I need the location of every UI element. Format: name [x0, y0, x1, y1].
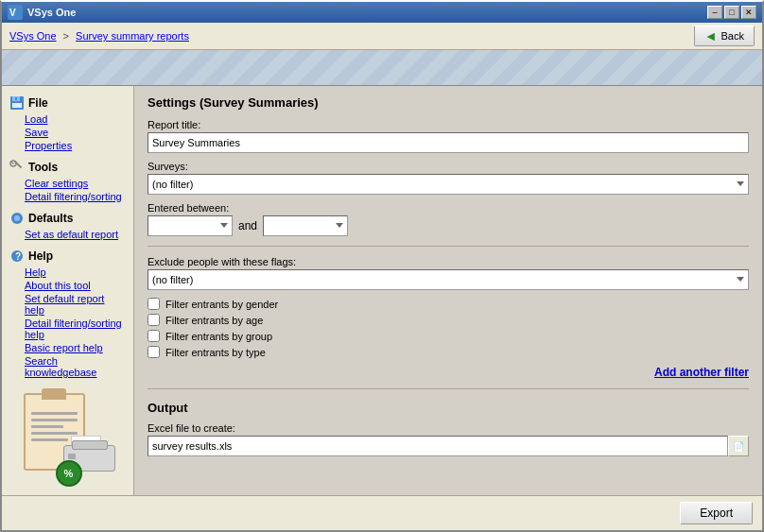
main-panel: Settings (Survey Summaries) Report title…	[134, 86, 762, 495]
filter-type-row: Filter entrants by type	[148, 346, 749, 358]
sidebar: File Load Save Properties	[2, 86, 134, 495]
report-title-group: Report title:	[148, 119, 749, 153]
exclude-flags-select[interactable]: (no filter)	[148, 269, 749, 290]
file-input-row: 📄	[148, 436, 749, 456]
sidebar-section-tools: Tools Clear settings Detail filtering/so…	[2, 158, 133, 203]
sidebar-item-detail-filtering-help[interactable]: Detail filtering/sorting help	[2, 317, 133, 341]
app-icon: V	[8, 5, 23, 20]
entered-between-group: Entered between: and	[148, 202, 749, 236]
sidebar-header-tools[interactable]: Tools	[2, 158, 133, 177]
svg-text:V: V	[9, 8, 16, 18]
sidebar-item-save[interactable]: Save	[2, 126, 133, 139]
help-icon: ?	[9, 249, 25, 264]
close-button[interactable]: ✕	[741, 6, 756, 19]
sidebar-item-detail-filtering[interactable]: Detail filtering/sorting	[2, 190, 133, 203]
sidebar-item-basic-report-help[interactable]: Basic report help	[2, 341, 133, 354]
breadcrumb: VSys One > Survey summary reports	[9, 30, 189, 42]
breadcrumb-parent-link[interactable]: VSys One	[9, 30, 57, 42]
report-title-label: Report title:	[148, 119, 749, 130]
settings-title: Settings (Survey Summaries)	[148, 95, 749, 110]
filter-type-checkbox[interactable]	[148, 346, 160, 358]
sidebar-item-set-default-help[interactable]: Set default report help	[2, 292, 133, 317]
bottom-bar: Export	[2, 495, 762, 530]
sidebar-defaults-label: Defaults	[28, 212, 73, 225]
back-button[interactable]: ◄ Back	[694, 26, 755, 46]
browse-icon: 📄	[733, 441, 744, 452]
back-icon: ◄	[704, 28, 718, 43]
banner	[2, 50, 762, 86]
excel-file-label: Excel file to create:	[148, 422, 749, 434]
entered-between-label: Entered between:	[148, 202, 749, 214]
title-bar: V VSys One – □ ✕	[2, 2, 762, 23]
tools-icon	[9, 160, 25, 175]
filter-age-label: Filter entrants by age	[165, 315, 263, 326]
back-label: Back	[721, 30, 744, 42]
app-title: VSys One	[27, 7, 76, 18]
defaults-icon	[9, 211, 25, 226]
sidebar-header-file[interactable]: File	[2, 94, 133, 112]
filter-group-row: Filter entrants by group	[148, 330, 749, 342]
add-filter-link[interactable]: Add another filter	[148, 366, 749, 379]
sidebar-section-file: File Load Save Properties	[2, 94, 133, 152]
svg-text:?: ?	[15, 251, 21, 262]
sidebar-header-help[interactable]: ? Help	[2, 247, 133, 266]
svg-rect-4	[12, 103, 22, 108]
output-label: Output	[148, 401, 749, 415]
svg-rect-5	[15, 97, 17, 100]
sidebar-section-help: ? Help Help About this tool Set default …	[2, 247, 133, 379]
sidebar-tools-label: Tools	[28, 161, 58, 174]
divider-1	[148, 246, 749, 247]
sidebar-item-load[interactable]: Load	[2, 112, 133, 126]
filter-group-checkbox[interactable]	[148, 330, 160, 342]
sidebar-item-search-kb[interactable]: Search knowledgebase	[2, 354, 133, 379]
surveys-label: Surveys:	[148, 161, 749, 172]
and-label: and	[238, 219, 257, 232]
sidebar-header-defaults[interactable]: Defaults	[2, 209, 133, 228]
sidebar-item-set-default[interactable]: Set as default report	[2, 228, 133, 241]
sidebar-item-properties[interactable]: Properties	[2, 139, 133, 152]
sidebar-item-clear-settings[interactable]: Clear settings	[2, 177, 133, 190]
file-browse-button[interactable]: 📄	[728, 436, 749, 456]
surveys-select[interactable]: (no filter)	[148, 174, 749, 195]
excel-file-input[interactable]	[148, 436, 728, 456]
filter-group-label: Filter entrants by group	[165, 331, 272, 342]
filter-checkboxes-group: Filter entrants by gender Filter entrant…	[148, 298, 749, 358]
sidebar-help-label: Help	[28, 249, 53, 263]
minimize-button[interactable]: –	[707, 6, 722, 19]
sidebar-section-defaults: Defaults Set as default report	[2, 209, 133, 241]
window-controls: – □ ✕	[707, 6, 756, 19]
sidebar-illustration: %	[16, 388, 120, 483]
sidebar-item-help[interactable]: Help	[2, 266, 133, 279]
filter-gender-checkbox[interactable]	[148, 298, 160, 310]
breadcrumb-bar: VSys One > Survey summary reports ◄ Back	[2, 23, 762, 50]
output-section: Output Excel file to create: 📄	[148, 401, 749, 456]
surveys-group: Surveys: (no filter)	[148, 161, 749, 195]
date-to-select[interactable]	[263, 215, 348, 236]
report-title-input[interactable]	[148, 132, 749, 153]
svg-point-9	[14, 215, 20, 221]
excel-file-group: Excel file to create: 📄	[148, 422, 749, 456]
breadcrumb-separator: >	[63, 30, 69, 42]
filter-age-row: Filter entrants by age	[148, 314, 749, 326]
sidebar-file-label: File	[28, 96, 48, 110]
divider-2	[148, 388, 749, 389]
filter-type-label: Filter entrants by type	[165, 347, 266, 358]
filter-gender-label: Filter entrants by gender	[165, 299, 278, 310]
exclude-flags-label: Exclude people with these flags:	[148, 256, 749, 267]
date-from-select[interactable]	[148, 215, 233, 236]
maximize-button[interactable]: □	[724, 6, 739, 19]
filter-gender-row: Filter entrants by gender	[148, 298, 749, 310]
filter-age-checkbox[interactable]	[148, 314, 160, 326]
sidebar-item-about[interactable]: About this tool	[2, 279, 133, 292]
export-button[interactable]: Export	[680, 502, 753, 524]
breadcrumb-current-link[interactable]: Survey summary reports	[76, 30, 189, 42]
floppy-icon	[9, 95, 25, 111]
exclude-flags-group: Exclude people with these flags: (no fil…	[148, 256, 749, 290]
